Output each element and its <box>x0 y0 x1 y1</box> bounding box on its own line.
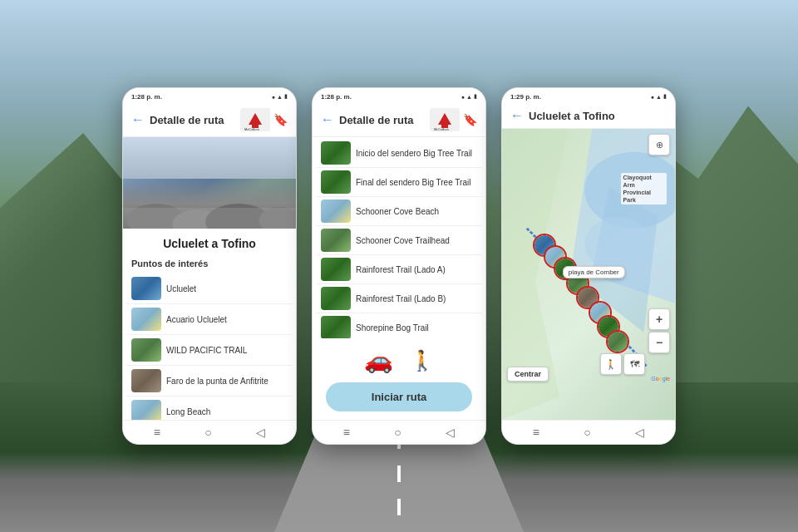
status-time-1: 1:28 p. m. <box>131 93 162 101</box>
list-item[interactable]: Schooner Cove Trailhead <box>316 226 482 255</box>
battery-icon-2: ▮ <box>474 93 477 100</box>
menu-icon-3[interactable]: ≡ <box>533 426 539 439</box>
bottom-nav-1: ≡ ○ ◁ <box>123 420 296 444</box>
svg-rect-7 <box>123 208 296 229</box>
bookmark-icon-2[interactable]: 🔖 <box>463 113 477 126</box>
walk-icon[interactable]: 🚶 <box>410 349 435 372</box>
list-thumb <box>321 316 351 338</box>
list-item-name: Schooner Cove Beach <box>356 207 477 216</box>
zoom-out-button[interactable]: − <box>648 332 670 353</box>
google-maps-button[interactable]: 🗺 <box>623 353 645 375</box>
list-thumb <box>321 229 351 252</box>
route-title-1: Ucluelet a Tofino <box>123 229 296 255</box>
poi-name: Acuario Ucluelet <box>166 314 288 325</box>
list-item[interactable]: Schooner Cove Beach <box>316 197 482 226</box>
bookmark-icon-1[interactable]: 🔖 <box>273 113 288 126</box>
menu-icon-2[interactable]: ≡ <box>343 426 350 439</box>
full-list-2[interactable]: Inicio del sendero Big Tree Trail Final … <box>313 137 485 338</box>
back-button-3[interactable]: ← <box>510 108 524 123</box>
signal-icon-3: ● <box>651 94 654 100</box>
wifi-icon-2: ▲ <box>466 94 472 100</box>
header-title-1: Detalle de ruta <box>150 114 240 126</box>
map-park-label: Clayoquot Arm Provincial Park <box>621 173 667 204</box>
poi-list-1[interactable]: Ucluelet Acuario Ucluelet WILD PACIFIC T… <box>123 273 296 420</box>
svg-point-12 <box>584 217 650 270</box>
poi-item[interactable]: Long Beach <box>126 397 293 420</box>
poi-name: Faro de la punta de Anfitrite <box>166 376 288 387</box>
poi-item[interactable]: WILD PACIFIC TRAIL <box>126 335 293 366</box>
phones-container: 1:28 p. m. ● ▲ ▮ ← Detalle de ruta McCal… <box>0 0 798 532</box>
poi-thumb <box>131 277 161 300</box>
list-item[interactable]: Rainforest Trail (Lado A) <box>316 255 482 284</box>
list-item-name: Schooner Cove Trailhead <box>356 236 477 245</box>
app-header-3: ← Ucluelet a Tofino <box>502 103 675 129</box>
list-item[interactable]: Rainforest Trail (Lado B) <box>316 284 482 313</box>
home-icon-2[interactable]: ○ <box>394 426 401 439</box>
transport-area: 🚗 🚶 <box>313 338 485 382</box>
start-route-button[interactable]: Iniciar ruta <box>326 382 472 411</box>
maps-icons: 🚶 🗺 <box>600 353 645 375</box>
list-item[interactable]: Inicio del sendero Big Tree Trail <box>316 139 482 168</box>
zoom-controls: + − <box>648 308 670 353</box>
app-header-1: ← Detalle de ruta McCallum 🔖 <box>123 103 296 137</box>
zoom-in-button[interactable]: + <box>648 308 670 330</box>
map-callout: playa de Comber <box>563 266 625 278</box>
status-icons-1: ● ▲ ▮ <box>272 93 288 100</box>
back-nav-icon-3[interactable]: ◁ <box>635 426 644 439</box>
app-header-2: ← Detalle de ruta McCallum 🔖 <box>313 103 485 137</box>
battery-icon-3: ▮ <box>663 93 667 100</box>
status-icons-3: ● ▲ ▮ <box>651 93 667 100</box>
app-logo-1: McCallum <box>240 108 270 131</box>
status-bar-2: 1:28 p. m. ● ▲ ▮ <box>313 88 485 103</box>
home-icon-1[interactable]: ○ <box>204 426 211 439</box>
back-nav-icon-1[interactable]: ◁ <box>256 426 265 439</box>
list-thumb <box>321 287 351 310</box>
back-button-1[interactable]: ← <box>131 112 145 127</box>
list-item-name: Shorepine Bog Trail <box>356 323 477 332</box>
menu-icon-1[interactable]: ≡ <box>154 426 160 439</box>
list-item-name: Inicio del sendero Big Tree Trail <box>356 149 477 158</box>
status-bar-3: 1:29 p. m. ● ▲ ▮ <box>502 88 675 103</box>
poi-item[interactable]: Ucluelet <box>126 273 293 304</box>
list-item-name: Final del sendero Big Tree Trail <box>356 178 477 187</box>
section-title-1: Puntos de interés <box>123 255 296 273</box>
status-bar-1: 1:28 p. m. ● ▲ ▮ <box>123 88 296 103</box>
google-logo: Google <box>651 376 670 382</box>
poi-item[interactable]: Acuario Ucluelet <box>126 304 293 335</box>
list-item[interactable]: Final del sendero Big Tree Trail <box>316 168 482 197</box>
locate-button[interactable]: ⊕ <box>648 134 670 155</box>
poi-name: Long Beach <box>166 406 288 417</box>
poi-name: Ucluelet <box>166 283 288 294</box>
poi-thumb <box>131 338 161 362</box>
app-logo-2: McCallum <box>430 108 460 131</box>
car-icon[interactable]: 🚗 <box>364 347 393 374</box>
list-item-name: Rainforest Trail (Lado B) <box>356 294 477 303</box>
poi-name: WILD PACIFIC TRAIL <box>166 345 288 356</box>
street-view-button[interactable]: 🚶 <box>600 353 622 375</box>
status-time-2: 1:28 p. m. <box>321 93 352 101</box>
poi-thumb <box>131 308 161 331</box>
list-thumb <box>321 200 351 223</box>
poi-item[interactable]: Faro de la punta de Anfitrite <box>126 366 293 397</box>
svg-text:McCallum: McCallum <box>244 127 259 131</box>
back-button-2[interactable]: ← <box>321 112 334 127</box>
wifi-icon: ▲ <box>277 94 283 100</box>
map-pin-8[interactable] <box>606 330 629 353</box>
signal-icon: ● <box>272 94 275 100</box>
list-thumb <box>321 258 351 281</box>
back-nav-icon-2[interactable]: ◁ <box>446 426 455 439</box>
poi-thumb <box>131 369 161 392</box>
status-icons-2: ● ▲ ▮ <box>461 93 477 100</box>
bottom-nav-2: ≡ ○ ◁ <box>313 420 485 444</box>
poi-thumb <box>131 400 161 420</box>
header-title-2: Detalle de ruta <box>339 114 430 126</box>
list-item[interactable]: Shorepine Bog Trail <box>316 313 482 338</box>
signal-icon-2: ● <box>461 94 465 100</box>
hero-image-1 <box>123 137 296 229</box>
phone-2: 1:28 p. m. ● ▲ ▮ ← Detalle de ruta McCal… <box>312 87 486 445</box>
wifi-icon-3: ▲ <box>656 94 662 100</box>
home-icon-3[interactable]: ○ <box>584 426 590 439</box>
center-map-button[interactable]: Centrar <box>507 367 549 382</box>
bottom-nav-3: ≡ ○ ◁ <box>502 420 675 444</box>
map-container[interactable]: Clayoquot Arm Provincial Park <box>502 129 675 420</box>
